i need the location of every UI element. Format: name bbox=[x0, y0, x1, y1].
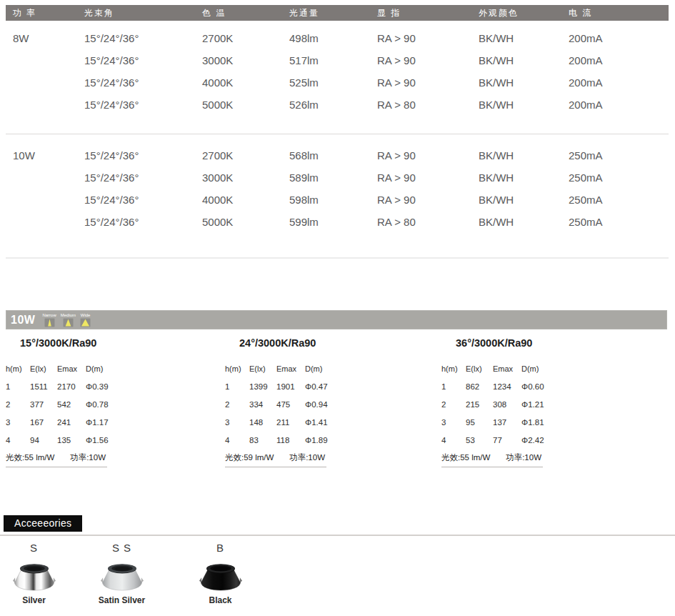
black-reflector-image bbox=[198, 557, 244, 593]
col-header-beam-angle: 光束角 bbox=[84, 7, 202, 19]
accessory-label: Black bbox=[209, 595, 231, 605]
table-row: 15°/24°/36° 4000K 525lm RA > 90 BK/WH 20… bbox=[6, 71, 669, 94]
beam-medium-icon bbox=[63, 318, 74, 327]
spec-group-8w: 8W 15°/24°/36° 2700K 498lm RA > 90 BK/WH… bbox=[6, 27, 669, 116]
photometric-footer: 光效:59 lm/W 功率:10W bbox=[225, 449, 326, 467]
accessories-divider bbox=[0, 535, 675, 536]
col-header-power: 功 率 bbox=[13, 7, 84, 19]
photometric-table-15deg: 15°/3000K/Ra90 h(m) E(lx) Emax D(m) 1 15… bbox=[6, 336, 120, 467]
accessory-label: Satin Silver bbox=[99, 595, 145, 605]
satin-silver-reflector-image bbox=[99, 557, 145, 593]
photometric-table-24deg: 24°/3000K/Ra90 h(m) E(lx) Emax D(m) 1 13… bbox=[225, 336, 339, 467]
spec-sheet-page: 功 率 光束角 色 温 光通量 显 指 外观颜色 电 流 8W 15°/24°/… bbox=[0, 0, 675, 616]
efficacy-value: 光效:55 lm/W bbox=[6, 452, 54, 463]
table-row: 15°/24°/36° 4000K 598lm RA > 90 BK/WH 25… bbox=[6, 189, 669, 211]
photometric-table-title: 24°/3000K/Ra90 bbox=[239, 337, 339, 349]
col-header-flux: 光通量 bbox=[289, 7, 377, 19]
photometric-table-title: 15°/3000K/Ra90 bbox=[20, 337, 120, 349]
spec-table-header: 功 率 光束角 色 温 光通量 显 指 外观颜色 电 流 bbox=[6, 5, 669, 21]
photometric-table-title: 36°/3000K/Ra90 bbox=[456, 337, 556, 349]
accessory-silver: S Silver bbox=[4, 542, 64, 605]
accessories-title-badge: Acceeeories bbox=[4, 515, 82, 532]
beam-wide-icon bbox=[80, 318, 91, 327]
beam-medium: Medium bbox=[61, 313, 76, 327]
group-divider bbox=[6, 134, 669, 134]
spec-group-10w: 10W 15°/24°/36° 2700K 568lm RA > 90 BK/W… bbox=[6, 144, 669, 233]
accessory-code: S bbox=[30, 542, 38, 556]
table-row: 15°/24°/36° 3000K 517lm RA > 90 BK/WH 20… bbox=[6, 49, 669, 71]
table-row: 10W 15°/24°/36° 2700K 568lm RA > 90 BK/W… bbox=[6, 144, 669, 167]
photometric-power-label: 10W bbox=[11, 314, 35, 327]
photometric-section-bar: 10W Narrow Medium Wide bbox=[6, 310, 667, 329]
power-value: 8W bbox=[13, 32, 84, 44]
beam-narrow-icon bbox=[44, 318, 55, 327]
power-value: 功率:10W bbox=[70, 452, 106, 463]
col-header-cct: 色 温 bbox=[202, 7, 289, 19]
efficacy-value: 光效:55 lm/W bbox=[441, 452, 490, 463]
section-divider bbox=[6, 257, 669, 259]
photometric-table-36deg: 36°/3000K/Ra90 h(m) E(lx) Emax D(m) 1 86… bbox=[441, 336, 556, 467]
photometric-footer: 光效:55 lm/W 功率:10W bbox=[6, 449, 107, 467]
power-value: 功率:10W bbox=[506, 452, 541, 463]
accessory-black: B Black bbox=[190, 542, 251, 605]
power-value: 10W bbox=[13, 149, 84, 162]
accessory-label: Silver bbox=[22, 595, 46, 605]
table-row: 8W 15°/24°/36° 2700K 498lm RA > 90 BK/WH… bbox=[6, 27, 669, 49]
table-row: 15°/24°/36° 5000K 599lm RA > 80 BK/WH 25… bbox=[6, 211, 669, 233]
table-row: 15°/24°/36° 5000K 526lm RA > 80 BK/WH 20… bbox=[6, 94, 669, 116]
beam-wide: Wide bbox=[80, 313, 91, 327]
accessory-satin-silver: S S Satin Silver bbox=[91, 542, 152, 605]
col-header-current: 电 流 bbox=[569, 7, 669, 19]
col-header-finish: 外观颜色 bbox=[479, 7, 569, 19]
accessory-code: S S bbox=[112, 542, 131, 556]
power-value: 功率:10W bbox=[289, 452, 325, 463]
efficacy-value: 光效:59 lm/W bbox=[225, 452, 274, 463]
photometric-footer: 光效:55 lm/W 功率:10W bbox=[441, 449, 543, 467]
accessory-code: B bbox=[216, 542, 224, 556]
silver-reflector-image bbox=[11, 557, 57, 593]
beam-narrow: Narrow bbox=[42, 313, 56, 327]
table-row: 15°/24°/36° 3000K 589lm RA > 90 BK/WH 25… bbox=[6, 167, 669, 189]
col-header-cri: 显 指 bbox=[377, 7, 479, 19]
